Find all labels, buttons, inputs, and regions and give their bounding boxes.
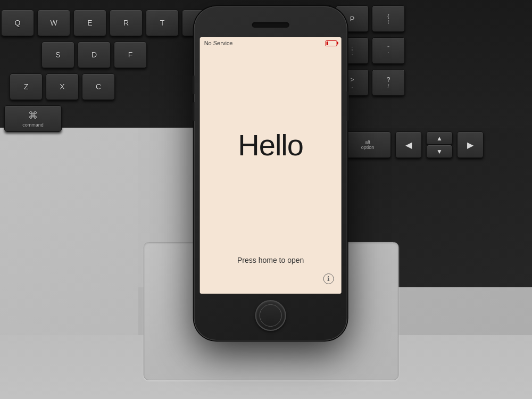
key-f[interactable]: F — [114, 41, 147, 68]
iphone-hello-text: Hello — [238, 128, 303, 162]
iphone-home-button[interactable] — [255, 300, 286, 331]
key-option-alt-label: alt — [365, 139, 370, 145]
key-slash-label: ? — [387, 76, 390, 84]
iphone-press-home-text: Press home to open — [237, 256, 304, 264]
key-p-label: P — [350, 15, 355, 23]
arrow-up-icon: ▲ — [436, 135, 443, 142]
key-arrow-left[interactable]: ◀ — [395, 131, 422, 158]
iphone-carrier: No Service — [204, 40, 326, 46]
key-command-left[interactable]: ⌘ command — [4, 105, 62, 132]
key-arrow-up[interactable]: ▲ — [426, 131, 453, 145]
iphone-screen: No Service Hello Press home to open ℹ — [200, 37, 342, 294]
key-brace-right[interactable]: { [ — [372, 5, 405, 32]
key-q-label: Q — [15, 19, 21, 27]
key-d[interactable]: D — [78, 41, 111, 68]
key-d-label: D — [92, 51, 97, 59]
key-f-label: F — [128, 51, 133, 59]
key-z-label: Z — [24, 82, 29, 91]
key-w-label: W — [50, 19, 57, 27]
key-period-label: > — [350, 76, 354, 84]
key-x-label: X — [60, 82, 64, 91]
iphone-volume-up[interactable] — [193, 76, 195, 94]
key-s[interactable]: S — [41, 41, 74, 68]
key-command-left-label: command — [22, 122, 44, 128]
key-t-label: T — [160, 19, 165, 27]
key-arrow-down[interactable]: ▼ — [426, 145, 453, 158]
key-command-left-symbol: ⌘ — [28, 110, 38, 121]
key-brace-label: { — [387, 13, 389, 19]
key-s-label: S — [55, 51, 60, 59]
iphone-earpiece — [252, 22, 289, 28]
key-z[interactable]: Z — [10, 73, 43, 100]
arrow-left-icon: ◀ — [405, 140, 412, 150]
key-arrow-right[interactable]: ▶ — [457, 131, 484, 158]
battery-fill — [327, 41, 328, 45]
iphone-info-button[interactable]: ℹ — [323, 273, 334, 284]
key-e[interactable]: E — [73, 10, 106, 36]
key-semi-label: ; — [352, 45, 353, 51]
key-r-label: R — [123, 19, 129, 27]
battery-icon — [326, 40, 337, 46]
iphone-device: No Service Hello Press home to open ℹ — [194, 6, 347, 340]
key-slash-right[interactable]: ? / — [372, 69, 405, 96]
key-r[interactable]: R — [110, 10, 143, 36]
iphone-status-bar: No Service — [200, 37, 342, 49]
key-c[interactable]: C — [82, 73, 115, 100]
key-option-right[interactable]: alt option — [344, 131, 391, 158]
key-quote-right[interactable]: " ' — [372, 37, 405, 64]
key-x[interactable]: X — [46, 73, 79, 100]
key-w[interactable]: W — [37, 10, 70, 36]
key-option-right-label: option — [361, 145, 375, 150]
iphone-power-btn[interactable] — [347, 92, 349, 121]
arrow-down-icon: ▼ — [436, 148, 443, 155]
key-t[interactable]: T — [146, 10, 179, 36]
key-e-label: E — [87, 19, 92, 27]
iphone-volume-down[interactable] — [193, 102, 195, 121]
key-c-label: C — [96, 82, 101, 91]
key-q[interactable]: Q — [1, 10, 34, 36]
arrow-right-icon: ▶ — [467, 140, 473, 150]
key-quote-label: " — [387, 45, 389, 51]
